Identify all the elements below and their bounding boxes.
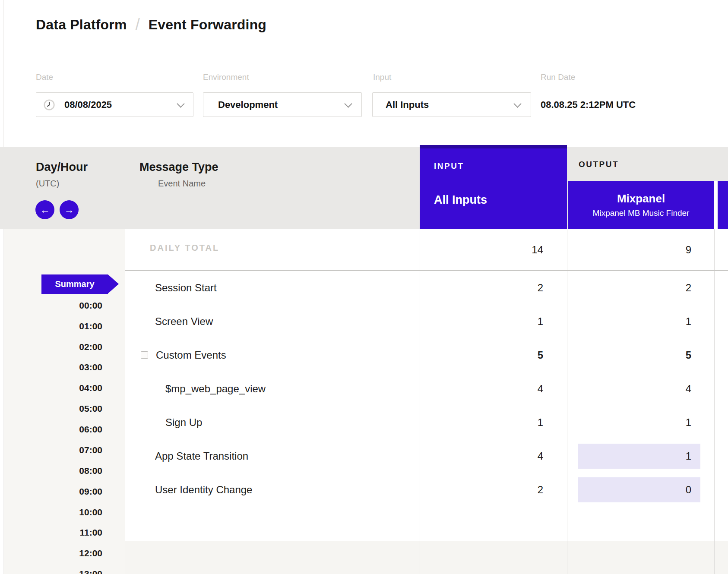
- message-row-label: App State Transition: [155, 439, 248, 473]
- column-divider: [714, 229, 715, 574]
- hour-label[interactable]: 00:00: [36, 295, 102, 316]
- summary-badge[interactable]: Summary: [41, 274, 108, 294]
- event-forwarding-page: Data Platform / Event Forwarding Date En…: [0, 0, 728, 574]
- hour-label[interactable]: 08:00: [36, 460, 102, 481]
- day-hour-column-subtitle: (UTC): [36, 179, 59, 189]
- message-type-column-subtitle: Event Name: [158, 179, 206, 189]
- input-filter-label: Input: [373, 73, 391, 83]
- hour-label[interactable]: 01:00: [36, 316, 102, 337]
- message-row-label: Screen View: [155, 305, 213, 338]
- input-dropdown[interactable]: All Inputs: [372, 92, 531, 117]
- date-dropdown[interactable]: 08/08/2025: [36, 92, 193, 117]
- header-divider: [0, 65, 728, 65]
- daily-total-label: DAILY TOTAL: [150, 243, 219, 253]
- hour-label[interactable]: 09:00: [36, 481, 102, 502]
- breadcrumb: Data Platform / Event Forwarding: [36, 16, 266, 34]
- input-value: 5: [420, 338, 567, 372]
- message-row-label: Sign Up: [165, 406, 202, 439]
- environment-dropdown[interactable]: Development: [203, 92, 362, 117]
- environment-filter-label: Environment: [203, 73, 249, 83]
- environment-dropdown-value: Development: [218, 99, 278, 110]
- input-dropdown-value: All Inputs: [386, 99, 429, 110]
- left-arrow-icon: ←: [40, 205, 50, 215]
- input-value: 4: [420, 439, 567, 473]
- output-column-gap: [714, 181, 718, 229]
- output-column-header[interactable]: Mixpanel Mixpanel MB Music Finder: [568, 181, 714, 229]
- table-footer-background: [125, 541, 728, 574]
- output-value: 1: [567, 406, 714, 439]
- chevron-down-icon: [344, 100, 352, 107]
- next-day-button[interactable]: →: [60, 200, 79, 219]
- hour-label[interactable]: 04:00: [36, 378, 102, 398]
- input-column-name: All Inputs: [434, 193, 487, 207]
- input-value: 2: [420, 473, 567, 507]
- hour-label[interactable]: 11:00: [36, 522, 102, 543]
- input-value: 2: [420, 271, 567, 305]
- output-value: 4: [567, 372, 714, 406]
- hour-label[interactable]: 03:00: [36, 357, 102, 378]
- input-value: 4: [420, 372, 567, 406]
- breadcrumb-separator: /: [136, 16, 140, 34]
- run-date-label: Run Date: [541, 73, 575, 83]
- message-type-column-title: Message Type: [139, 161, 218, 174]
- output-column-subtitle: Mixpanel MB Music Finder: [593, 208, 690, 218]
- right-arrow-icon: →: [64, 205, 74, 215]
- daily-total-output-value: 9: [567, 229, 714, 270]
- column-divider: [125, 147, 125, 574]
- output-column-2-header-partial: [718, 181, 728, 229]
- output-value: 1: [567, 305, 714, 338]
- page-title: Event Forwarding: [149, 17, 266, 33]
- hour-label[interactable]: 12:00: [36, 543, 102, 564]
- input-value: 1: [420, 305, 567, 338]
- chevron-down-icon: [513, 100, 521, 107]
- clock-icon: [43, 99, 55, 111]
- daily-total-input-value: 14: [420, 229, 567, 270]
- previous-day-button[interactable]: ←: [35, 200, 54, 219]
- input-value: 1: [420, 406, 567, 439]
- date-filter-label: Date: [36, 73, 53, 83]
- day-hour-column-title: Day/Hour: [36, 161, 88, 174]
- input-column-header-label: INPUT: [434, 161, 464, 171]
- minus-collapse-icon[interactable]: [141, 351, 148, 359]
- output-value: 0: [567, 473, 714, 507]
- breadcrumb-section[interactable]: Data Platform: [36, 17, 127, 33]
- message-row-label: Session Start: [155, 271, 217, 305]
- input-column-header[interactable]: INPUT All Inputs: [420, 148, 567, 229]
- message-row-label: User Identity Change: [155, 473, 252, 507]
- hour-label[interactable]: 10:00: [36, 502, 102, 523]
- date-dropdown-value: 08/08/2025: [64, 99, 112, 110]
- output-value: 1: [567, 439, 714, 473]
- input-column-accent-strip: [420, 145, 567, 148]
- summary-badge-label: Summary: [55, 279, 94, 289]
- hour-label[interactable]: 13:00: [36, 564, 102, 574]
- hour-label[interactable]: 02:00: [36, 337, 102, 357]
- output-column-name: Mixpanel: [617, 192, 665, 205]
- hour-label[interactable]: 05:00: [36, 398, 102, 419]
- output-value: 2: [567, 271, 714, 305]
- chevron-down-icon: [177, 100, 184, 107]
- hour-label[interactable]: 07:00: [36, 440, 102, 460]
- hour-label[interactable]: 06:00: [36, 419, 102, 440]
- output-value: 5: [567, 338, 714, 372]
- message-row-label: Custom Events: [156, 338, 226, 372]
- message-row-label: $mp_web_page_view: [165, 372, 266, 406]
- output-column-header-label: OUTPUT: [579, 160, 619, 169]
- run-date-value: 08.08.25 2:12PM UTC: [541, 92, 636, 117]
